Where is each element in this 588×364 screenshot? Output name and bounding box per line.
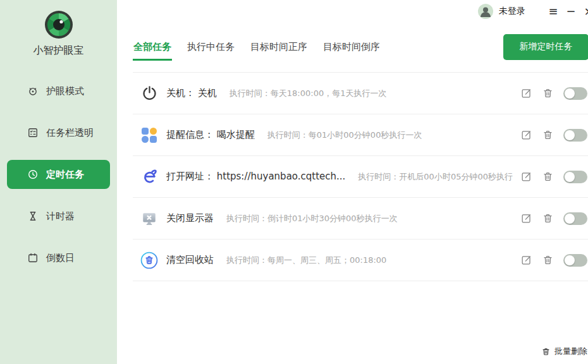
tab-target-time-desc[interactable]: 目标时间倒序 <box>322 33 381 61</box>
sidebar-item-label: 护眼模式 <box>46 85 84 97</box>
delete-icon[interactable] <box>542 87 554 99</box>
edit-icon[interactable] <box>520 212 532 224</box>
power-icon <box>140 85 158 102</box>
edit-icon[interactable] <box>520 171 532 183</box>
task-enable-toggle[interactable] <box>563 212 587 225</box>
eye-icon <box>27 85 39 97</box>
tab-running-tasks[interactable]: 执行中任务 <box>187 33 235 61</box>
batch-delete-button[interactable]: 批量删除 <box>541 346 587 357</box>
trash-icon <box>541 347 551 356</box>
tab-target-time-asc[interactable]: 目标时间正序 <box>250 33 308 61</box>
sidebar-item-label: 倒数日 <box>46 252 75 264</box>
hourglass-icon <box>27 210 39 222</box>
task-schedule: 执行时间：每周一、周三、周五；00:18:00 <box>226 255 513 266</box>
monitor-off-icon <box>140 210 158 228</box>
sidebar-item-taskbar-transparency[interactable]: 任务栏透明 <box>7 118 110 147</box>
task-title: 提醒信息： 喝水提醒 <box>166 129 255 141</box>
person-icon <box>478 4 493 19</box>
titlebar: 未登录 ≡ − × <box>478 0 588 23</box>
batch-delete-label: 批量删除 <box>554 346 587 357</box>
sidebar-item-label: 定时任务 <box>46 169 84 181</box>
sidebar-item-label: 计时器 <box>46 210 75 222</box>
task-tabs: 全部任务 执行中任务 目标时间正序 目标时间倒序 <box>133 33 381 61</box>
task-title: 清空回收站 <box>166 254 214 266</box>
task-row-reminder: 提醒信息： 喝水提醒 执行时间：每01小时00分钟00秒执行一次 <box>133 114 588 156</box>
clock-icon <box>27 168 39 181</box>
task-list: 关机： 关机 执行时间：每天18:00:00，每1天执行一次 <box>133 72 588 281</box>
recycle-bin-icon <box>140 252 158 269</box>
tabs-bar: 全部任务 执行中任务 目标时间正序 目标时间倒序 新增定时任务 <box>117 21 588 72</box>
ie-browser-icon <box>140 168 158 186</box>
delete-icon[interactable] <box>542 171 554 183</box>
delete-icon[interactable] <box>542 129 554 141</box>
menu-icon[interactable]: ≡ <box>544 6 562 17</box>
edit-icon[interactable] <box>520 87 532 99</box>
sidebar-item-scheduled-tasks[interactable]: 定时任务 <box>7 160 110 189</box>
app-logo-icon <box>44 9 74 40</box>
task-title: 关闭显示器 <box>166 212 214 224</box>
task-title: 关机： 关机 <box>166 87 217 99</box>
reminder-icon <box>140 126 158 144</box>
task-schedule: 执行时间：倒计时01小时30分钟00秒执行一次 <box>226 213 513 224</box>
minimize-icon[interactable]: − <box>562 6 580 17</box>
sidebar-nav: 护眼模式 任务栏透明 定时任务 <box>0 76 117 285</box>
task-enable-toggle[interactable] <box>563 87 587 100</box>
delete-icon[interactable] <box>542 212 554 224</box>
add-scheduled-task-button[interactable]: 新增定时任务 <box>503 34 588 60</box>
calendar-icon <box>27 252 39 264</box>
task-enable-toggle[interactable] <box>563 129 587 142</box>
main-panel: 未登录 ≡ − × 全部任务 执行中任务 目标时间正序 目标时间倒序 新增定时任… <box>117 0 588 364</box>
sidebar: 小智护眼宝 护眼模式 <box>0 0 117 364</box>
checklist-icon <box>27 126 39 139</box>
task-row-monitor-off: 关闭显示器 执行时间：倒计时01小时30分钟00秒执行一次 <box>133 198 588 240</box>
task-schedule: 执行时间：每天18:00:00，每1天执行一次 <box>230 88 513 99</box>
task-schedule: 执行时间：开机后00小时05分钟00秒执行 <box>358 171 513 183</box>
task-title: 打开网址： https://huyanbao.cqttech... <box>166 171 345 183</box>
task-row-empty-recycle-bin: 清空回收站 执行时间：每周一、周三、周五；00:18:00 <box>133 240 588 281</box>
sidebar-item-label: 任务栏透明 <box>46 127 94 139</box>
sidebar-item-timer[interactable]: 计时器 <box>7 202 110 231</box>
user-avatar[interactable] <box>478 4 493 19</box>
delete-icon[interactable] <box>542 254 554 266</box>
tab-all-tasks[interactable]: 全部任务 <box>133 33 172 61</box>
login-status[interactable]: 未登录 <box>499 6 525 17</box>
app-name: 小智护眼宝 <box>34 44 84 58</box>
app-window: 小智护眼宝 护眼模式 <box>0 0 588 364</box>
sidebar-item-countdown-days[interactable]: 倒数日 <box>7 243 110 272</box>
task-schedule: 执行时间：每01小时00分钟00秒执行一次 <box>267 130 513 141</box>
close-icon[interactable]: × <box>580 6 588 17</box>
task-enable-toggle[interactable] <box>563 254 587 267</box>
edit-icon[interactable] <box>520 254 532 266</box>
edit-icon[interactable] <box>520 129 532 141</box>
task-row-open-url: 打开网址： https://huyanbao.cqttech... 执行时间：开… <box>133 156 588 198</box>
task-row-shutdown: 关机： 关机 执行时间：每天18:00:00，每1天执行一次 <box>133 72 588 114</box>
task-enable-toggle[interactable] <box>563 171 587 183</box>
sidebar-item-eye-mode[interactable]: 护眼模式 <box>7 76 110 106</box>
